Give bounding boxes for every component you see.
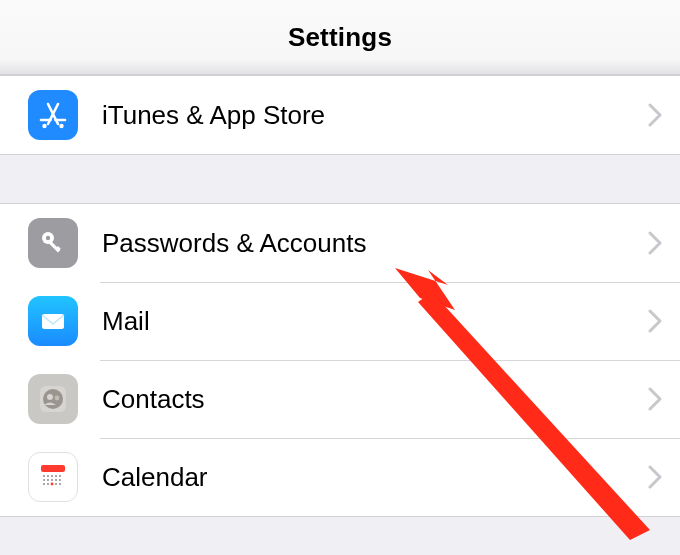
svg-point-16 (43, 475, 45, 477)
settings-group-2: Passwords & Accounts Mail Contact (0, 203, 680, 517)
svg-point-13 (47, 394, 53, 400)
row-label: Passwords & Accounts (102, 228, 648, 259)
svg-point-30 (51, 483, 54, 486)
row-label: iTunes & App Store (102, 100, 648, 131)
row-label: Calendar (102, 462, 648, 493)
row-contacts[interactable]: Contacts (0, 360, 680, 438)
svg-point-28 (55, 483, 57, 485)
row-label: Mail (102, 306, 648, 337)
svg-point-26 (43, 483, 45, 485)
appstore-icon (28, 90, 78, 140)
chevron-right-icon (648, 387, 662, 411)
settings-group-1: iTunes & App Store (0, 75, 680, 155)
chevron-right-icon (648, 465, 662, 489)
svg-point-4 (44, 125, 46, 127)
row-passwords-accounts[interactable]: Passwords & Accounts (0, 204, 680, 282)
svg-point-7 (46, 236, 50, 240)
svg-rect-15 (41, 465, 65, 472)
mail-icon (28, 296, 78, 346)
row-itunes-app-store[interactable]: iTunes & App Store (0, 76, 680, 154)
chevron-right-icon (648, 231, 662, 255)
svg-point-27 (47, 483, 49, 485)
svg-point-22 (47, 479, 49, 481)
svg-point-25 (59, 479, 61, 481)
svg-point-5 (61, 125, 63, 127)
key-icon (28, 218, 78, 268)
svg-point-18 (51, 475, 53, 477)
svg-point-19 (55, 475, 57, 477)
svg-point-24 (55, 479, 57, 481)
svg-point-21 (43, 479, 45, 481)
svg-point-29 (59, 483, 61, 485)
svg-point-23 (51, 479, 53, 481)
svg-point-20 (59, 475, 61, 477)
chevron-right-icon (648, 309, 662, 333)
contacts-icon (28, 374, 78, 424)
page-title: Settings (288, 22, 392, 53)
svg-rect-10 (42, 314, 64, 329)
svg-point-17 (47, 475, 49, 477)
row-mail[interactable]: Mail (0, 282, 680, 360)
chevron-right-icon (648, 103, 662, 127)
row-calendar[interactable]: Calendar (0, 438, 680, 516)
calendar-icon (28, 452, 78, 502)
row-label: Contacts (102, 384, 648, 415)
header: Settings (0, 0, 680, 75)
svg-point-12 (43, 389, 63, 409)
svg-point-14 (55, 396, 60, 401)
